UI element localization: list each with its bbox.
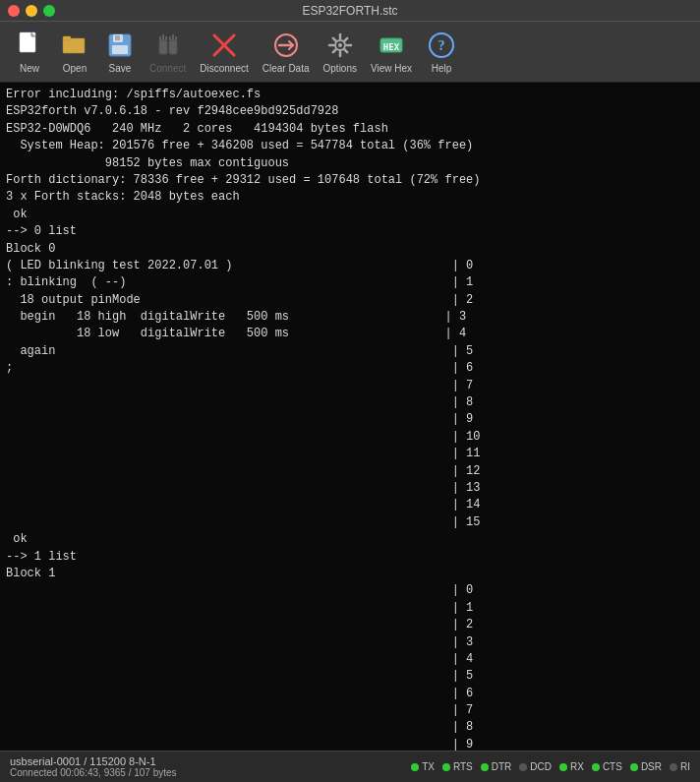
open-label: Open <box>63 63 87 74</box>
options-button[interactable]: Options <box>318 26 363 78</box>
clear-data-button[interactable]: Clear Data <box>257 26 316 78</box>
save-icon <box>104 30 136 61</box>
cts-indicator: CTS <box>592 761 622 772</box>
disconnect-button[interactable]: Disconnect <box>194 26 254 78</box>
tx-dot <box>411 763 419 771</box>
rts-indicator: RTS <box>442 761 473 772</box>
open-icon <box>59 30 90 61</box>
cts-label: CTS <box>603 761 622 772</box>
dtr-indicator: DTR <box>481 761 512 772</box>
statusbar: usbserial-0001 / 115200 8-N-1 Connected … <box>0 751 700 782</box>
new-button[interactable]: New <box>8 26 51 78</box>
svg-rect-5 <box>63 36 71 40</box>
tx-label: TX <box>422 761 435 772</box>
window-controls[interactable] <box>8 5 55 17</box>
save-button[interactable]: Save <box>98 26 142 78</box>
new-icon <box>14 30 45 61</box>
svg-rect-14 <box>169 40 177 54</box>
view-hex-label: View Hex <box>371 63 412 74</box>
svg-line-29 <box>344 49 347 52</box>
disconnect-icon <box>208 30 240 61</box>
rts-label: RTS <box>453 761 473 772</box>
svg-text:HEX: HEX <box>383 42 400 52</box>
rts-dot <box>442 763 450 771</box>
maximize-button[interactable] <box>43 5 55 17</box>
view-hex-icon: HEX <box>376 30 407 61</box>
rx-dot <box>559 763 567 771</box>
connection-info: Connected 00:06:43, 9365 / 107 bytes <box>10 767 391 778</box>
clear-data-label: Clear Data <box>262 63 310 74</box>
connect-label: Connect <box>149 63 186 74</box>
connect-icon <box>152 30 184 61</box>
status-connection-info: usbserial-0001 / 115200 8-N-1 Connected … <box>0 755 401 778</box>
connect-button[interactable]: Connect <box>144 26 192 78</box>
titlebar: ESP32FORTH.stc <box>0 0 700 22</box>
status-indicators: TX RTS DTR DCD RX CTS DSR RI <box>401 761 700 772</box>
ri-label: RI <box>680 761 690 772</box>
svg-text:?: ? <box>438 38 445 53</box>
cts-dot <box>592 763 600 771</box>
svg-point-23 <box>338 43 342 47</box>
open-button[interactable]: Open <box>53 26 96 78</box>
port-info: usbserial-0001 / 115200 8-N-1 <box>10 755 391 767</box>
minimize-button[interactable] <box>26 5 37 17</box>
toolbar: New Open Save <box>0 22 700 83</box>
window-title: ESP32FORTH.stc <box>302 4 397 18</box>
save-label: Save <box>109 63 132 74</box>
new-label: New <box>20 63 39 74</box>
options-icon <box>324 30 356 61</box>
dcd-label: DCD <box>530 761 552 772</box>
rx-label: RX <box>570 761 584 772</box>
dcd-indicator: DCD <box>519 761 552 772</box>
rx-indicator: RX <box>559 761 584 772</box>
help-label: Help <box>432 63 452 74</box>
tx-indicator: TX <box>411 761 435 772</box>
ri-indicator: RI <box>670 761 690 772</box>
options-label: Options <box>323 63 357 74</box>
svg-line-28 <box>333 38 336 41</box>
dtr-dot <box>481 763 489 771</box>
help-button[interactable]: ? Help <box>420 26 463 78</box>
close-button[interactable] <box>8 5 20 17</box>
svg-line-30 <box>344 38 347 41</box>
svg-rect-9 <box>115 35 120 40</box>
dtr-label: DTR <box>492 761 512 772</box>
dsr-label: DSR <box>641 761 662 772</box>
svg-line-31 <box>333 49 336 52</box>
dcd-dot <box>519 763 527 771</box>
disconnect-label: Disconnect <box>200 63 248 74</box>
help-icon: ? <box>426 30 457 61</box>
svg-rect-10 <box>159 40 167 54</box>
dsr-dot <box>630 763 638 771</box>
dsr-indicator: DSR <box>630 761 662 772</box>
terminal-output[interactable]: Error including: /spiffs/autoexec.fs ESP… <box>0 83 700 751</box>
clear-data-icon <box>270 30 302 61</box>
svg-rect-8 <box>112 45 128 54</box>
ri-dot <box>670 763 677 771</box>
view-hex-button[interactable]: HEX View Hex <box>365 26 418 78</box>
